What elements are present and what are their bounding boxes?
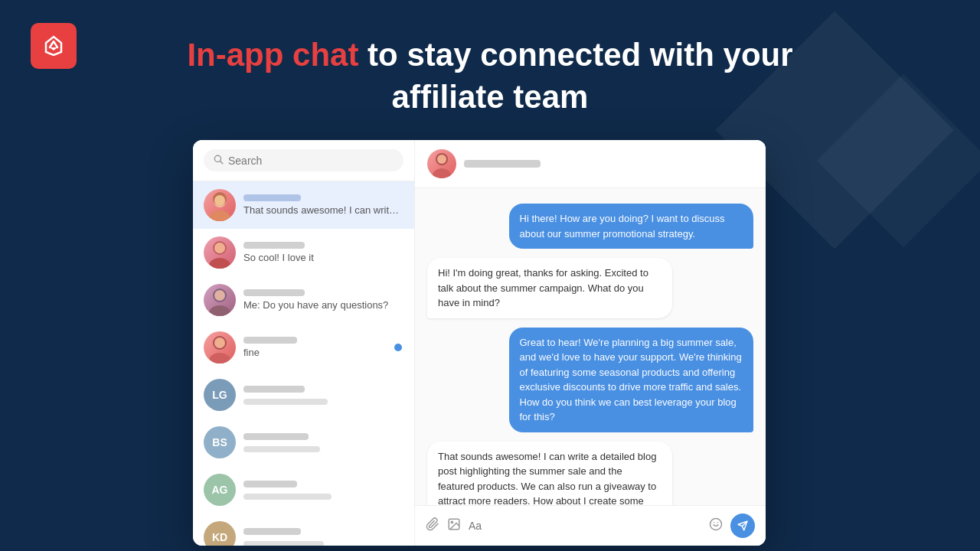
chat-messages: Hi there! How are you doing? I want to d… — [415, 188, 766, 505]
contact-name-bar — [243, 528, 301, 535]
message-input[interactable] — [469, 520, 701, 532]
search-icon — [213, 154, 224, 167]
contact-last-message: So cool! I love it — [243, 252, 403, 263]
contact-msg-bar — [243, 446, 320, 452]
message-bubble: That sounds awesome! I can write a detai… — [427, 442, 672, 506]
contact-last-message: fine — [243, 347, 403, 358]
chat-ui: That sounds awesome! I can write a... So… — [193, 140, 766, 546]
contact-name-bar — [243, 433, 309, 440]
headline-line2: affiliate team — [0, 77, 980, 119]
message-bubble: Hi there! How are you doing? I want to d… — [509, 204, 754, 249]
list-item[interactable]: BS — [193, 419, 414, 466]
svg-point-3 — [209, 210, 230, 221]
contact-msg-bar — [243, 399, 328, 405]
chat-input-area — [415, 505, 766, 546]
chat-sidebar: That sounds awesome! I can write a... So… — [193, 140, 415, 546]
svg-point-9 — [209, 305, 230, 316]
contact-msg-bar — [243, 541, 324, 546]
attach-icon[interactable] — [426, 517, 439, 535]
contact-last-message: Me: Do you have any questions? — [243, 299, 403, 311]
avatar — [204, 331, 236, 364]
svg-point-14 — [214, 337, 225, 348]
list-item[interactable]: KD — [193, 514, 414, 546]
message-bubble: Great to hear! We're planning a big summ… — [509, 328, 754, 432]
search-input-wrapper[interactable] — [204, 149, 403, 171]
contact-info — [243, 433, 403, 452]
contact-info — [243, 386, 403, 405]
contact-name-bar — [243, 242, 305, 249]
contact-info: So cool! I love it — [243, 242, 403, 263]
active-contact-avatar — [427, 149, 456, 178]
search-input[interactable] — [228, 155, 394, 167]
list-item[interactable]: Me: Do you have any questions? — [193, 276, 414, 324]
avatar: BS — [204, 426, 236, 458]
avatar: AG — [204, 474, 236, 506]
emoji-icon[interactable] — [709, 517, 723, 535]
message-bubble: Hi! I'm doing great, thanks for asking. … — [427, 258, 672, 318]
avatar — [204, 284, 236, 316]
list-item[interactable]: LG — [193, 371, 414, 419]
contact-msg-bar — [243, 494, 332, 500]
avatar — [204, 236, 236, 269]
contact-info — [243, 481, 403, 500]
notification-dot — [394, 344, 402, 351]
svg-point-17 — [437, 155, 446, 164]
contact-name-bar — [243, 481, 297, 487]
avatar: KD — [204, 521, 236, 546]
contact-list: That sounds awesome! I can write a... So… — [193, 181, 414, 546]
svg-point-20 — [710, 518, 722, 530]
list-item[interactable]: AG — [193, 466, 414, 514]
avatar — [204, 189, 236, 221]
svg-point-5 — [214, 195, 225, 206]
image-icon[interactable] — [447, 517, 461, 535]
svg-point-15 — [433, 168, 451, 178]
active-contact-name — [464, 160, 541, 168]
list-item[interactable]: That sounds awesome! I can write a... — [193, 181, 414, 229]
contact-name-bar — [243, 337, 297, 344]
contact-info: fine — [243, 337, 403, 358]
contact-info: Me: Do you have any questions? — [243, 289, 403, 311]
contact-info: That sounds awesome! I can write a... — [243, 194, 403, 216]
svg-point-8 — [214, 243, 225, 253]
contact-name-bar — [243, 386, 305, 393]
send-button[interactable] — [730, 514, 755, 538]
chat-main: Hi there! How are you doing? I want to d… — [415, 140, 766, 546]
chat-header — [415, 140, 766, 188]
contact-name-bar — [243, 194, 301, 201]
contact-last-message: That sounds awesome! I can write a... — [243, 204, 403, 216]
svg-point-12 — [209, 353, 230, 364]
headline-accent: In-app chat — [187, 37, 358, 73]
list-item[interactable]: So cool! I love it — [193, 229, 414, 276]
svg-line-1 — [220, 161, 223, 164]
headline: In-app chat to stay connected with your … — [0, 34, 980, 118]
svg-point-6 — [209, 258, 230, 269]
contact-name-bar — [243, 289, 305, 296]
search-bar — [193, 140, 414, 181]
contact-info — [243, 528, 403, 546]
svg-point-11 — [214, 290, 225, 301]
headline-line1: In-app chat to stay connected with your — [0, 34, 980, 77]
svg-point-19 — [451, 521, 452, 523]
list-item[interactable]: fine — [193, 324, 414, 371]
avatar: LG — [204, 379, 236, 411]
